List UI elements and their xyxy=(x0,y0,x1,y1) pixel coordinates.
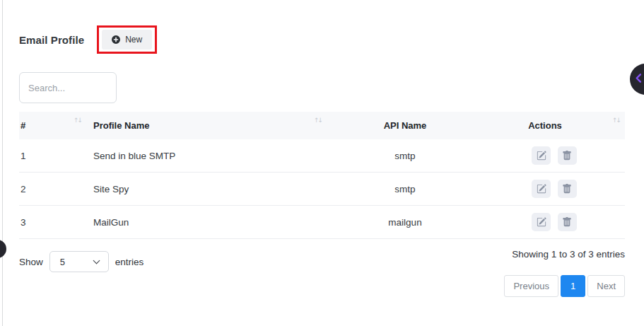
column-header-api-name[interactable]: API Name xyxy=(327,112,484,139)
row-index-cell: 3 xyxy=(19,206,86,239)
page-title: Email Profile xyxy=(19,34,84,46)
table-row: 3 MailGun mailgun xyxy=(19,206,625,239)
delete-button[interactable] xyxy=(558,180,577,198)
pagination: Previous 1 Next xyxy=(504,275,625,297)
sort-icon: ↑↓ xyxy=(612,117,620,124)
profile-name-cell: Site Spy xyxy=(86,173,327,206)
column-header-index[interactable]: # ↑↓ xyxy=(19,112,86,139)
annotation-highlight-box: New xyxy=(97,25,157,54)
delete-button[interactable] xyxy=(558,213,577,231)
chevron-left-icon xyxy=(633,73,644,86)
api-name-cell: mailgun xyxy=(327,206,484,239)
email-profile-panel: Email Profile New # ↑↓ Profile Name ↑↓ xyxy=(0,0,644,297)
email-profile-table: # ↑↓ Profile Name ↑↓ API Name Actions ↑↓… xyxy=(19,112,625,239)
new-button[interactable]: New xyxy=(102,30,152,50)
trash-icon xyxy=(562,217,572,227)
row-index-cell: 2 xyxy=(19,173,86,206)
actions-cell xyxy=(484,206,625,239)
plus-circle-icon xyxy=(112,35,120,44)
edit-button[interactable] xyxy=(532,213,551,231)
edit-icon xyxy=(537,217,546,227)
showing-entries-text: Showing 1 to 3 of 3 entries xyxy=(512,249,625,260)
sort-icon: ↑↓ xyxy=(74,117,81,124)
trash-icon xyxy=(562,184,572,194)
table-header-row: # ↑↓ Profile Name ↑↓ API Name Actions ↑↓ xyxy=(19,112,625,139)
column-header-profile-name[interactable]: Profile Name ↑↓ xyxy=(86,112,327,139)
sort-icon: ↑↓ xyxy=(314,117,322,124)
edit-icon xyxy=(537,151,546,161)
row-index-cell: 1 xyxy=(19,139,86,173)
edit-button[interactable] xyxy=(532,180,551,198)
previous-page-button[interactable]: Previous xyxy=(504,275,558,297)
table-body: 1 Send in blue SMTP smtp 2 Site Spy smtp xyxy=(19,139,625,239)
api-name-cell: smtp xyxy=(327,173,484,206)
search-input[interactable] xyxy=(19,72,117,103)
page-length-control: Show 5 entries xyxy=(19,251,144,272)
left-edge-divider xyxy=(2,0,3,326)
new-button-label: New xyxy=(125,35,142,45)
actions-cell xyxy=(484,139,625,173)
edit-icon xyxy=(537,184,546,194)
entries-label: entries xyxy=(115,257,144,267)
api-name-cell: smtp xyxy=(327,139,484,173)
show-label: Show xyxy=(19,257,43,267)
actions-cell xyxy=(484,173,625,206)
trash-icon xyxy=(562,151,572,161)
page-length-select[interactable]: 5 xyxy=(49,251,109,272)
next-page-button[interactable]: Next xyxy=(587,275,625,297)
profile-name-cell: MailGun xyxy=(86,206,327,239)
table-row: 2 Site Spy smtp xyxy=(19,173,625,206)
column-header-actions[interactable]: Actions ↑↓ xyxy=(484,112,625,139)
delete-button[interactable] xyxy=(558,146,577,165)
page-1-button[interactable]: 1 xyxy=(561,275,585,297)
table-row: 1 Send in blue SMTP smtp xyxy=(19,139,625,173)
profile-name-cell: Send in blue SMTP xyxy=(86,139,327,173)
edit-button[interactable] xyxy=(532,146,551,165)
